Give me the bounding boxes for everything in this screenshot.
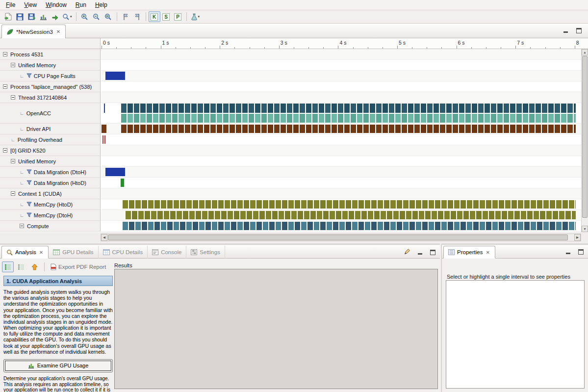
collapse-toggle-icon[interactable] [11, 63, 15, 67]
row-track[interactable] [101, 60, 581, 71]
view-menu-icon[interactable] [404, 248, 410, 255]
row-track[interactable] [101, 199, 581, 210]
row-label[interactable]: ∟MemCpy (DtoH) [0, 210, 101, 221]
row-label[interactable]: Compute [0, 221, 101, 232]
interval-bar[interactable] [123, 200, 576, 209]
row-label[interactable]: ∟Data Migration (HtoD) [0, 178, 101, 188]
analysis-menu-button[interactable]: ▾ [189, 11, 202, 22]
scroll-up-button[interactable]: ▲ [582, 49, 588, 55]
export-button[interactable] [49, 11, 61, 22]
row-label[interactable]: ∟Data Migration (DtoH) [0, 167, 101, 178]
menu-window[interactable]: Window [41, 0, 71, 9]
interval-bar[interactable] [121, 179, 125, 187]
row-track[interactable] [101, 221, 581, 232]
session-tab[interactable]: *NewSession3 ✕ [1, 25, 66, 38]
horizontal-scrollbar[interactable]: ◀ ▶ [101, 234, 581, 241]
tab-settings[interactable]: Settings [186, 246, 225, 259]
close-icon[interactable]: ✕ [56, 29, 61, 34]
interval-bar[interactable] [104, 135, 105, 144]
row-label[interactable]: ∟Driver API [0, 124, 101, 134]
timeline-ruler[interactable]: 0 s1 s2 s3 s4 s5 s6 s7 s8 [101, 38, 588, 49]
vertical-scrollbar[interactable]: ▲ ▼ [581, 49, 588, 232]
row-track[interactable] [101, 103, 581, 124]
collapse-toggle-icon[interactable] [3, 84, 7, 89]
close-icon[interactable]: ✕ [485, 250, 490, 255]
unguided-analysis-button[interactable] [15, 261, 27, 272]
promote-stage-button[interactable] [28, 261, 40, 272]
row-label[interactable]: ∟OpenACC [0, 103, 101, 124]
menu-help[interactable]: Help [91, 0, 112, 9]
row-label[interactable]: ∟Profiling Overhead [0, 134, 101, 145]
collapse-toggle-icon[interactable] [11, 95, 15, 100]
row-label[interactable]: Unified Memory [0, 156, 101, 167]
interval-bar[interactable] [104, 104, 105, 113]
zoom-fit-button[interactable] [102, 11, 114, 22]
scroll-down-button[interactable]: ▼ [582, 226, 588, 232]
row-label[interactable]: Context 1 (CUDA) [0, 188, 101, 199]
interval-bar[interactable] [121, 114, 576, 123]
new-session-button[interactable] [2, 11, 14, 22]
row-track[interactable] [101, 92, 581, 103]
process-visibility-toggle[interactable]: P [172, 11, 184, 22]
row-label[interactable]: ∟MemCpy (HtoD) [0, 199, 101, 210]
maximize-button[interactable] [577, 248, 584, 255]
minimize-button[interactable] [564, 248, 571, 255]
zoom-out-button[interactable] [91, 11, 102, 22]
interval-bar[interactable] [121, 125, 576, 133]
export-pdf-button[interactable]: Export PDF Report [49, 261, 108, 272]
generate-timeline-button[interactable] [37, 11, 49, 22]
row-track[interactable] [101, 49, 581, 60]
row-label[interactable]: ∟CPU Page Faults [0, 71, 101, 81]
filter-icon[interactable] [26, 169, 32, 175]
row-track[interactable] [101, 71, 581, 81]
tab-gpu-details[interactable]: GPU Details [49, 246, 98, 259]
filter-icon[interactable] [26, 212, 32, 218]
interval-bar[interactable] [121, 104, 576, 113]
row-label[interactable]: Thread 3172140864 [0, 92, 101, 103]
stream-visibility-toggle[interactable]: S [160, 11, 172, 22]
row-track[interactable] [101, 178, 581, 188]
scroll-right-button[interactable]: ▶ [574, 234, 581, 241]
interval-bar[interactable] [102, 135, 103, 144]
filter-icon[interactable] [26, 202, 32, 207]
guided-analysis-button[interactable] [2, 261, 14, 272]
collapse-toggle-icon[interactable] [3, 52, 7, 56]
row-track[interactable] [101, 134, 581, 145]
save-button[interactable] [14, 11, 26, 22]
interval-bar[interactable] [126, 211, 576, 219]
zoom-tool-button[interactable]: ▾ [61, 11, 74, 22]
menu-run[interactable]: Run [71, 0, 91, 9]
collapse-toggle-icon[interactable] [11, 159, 15, 163]
examine-gpu-usage-button[interactable]: Examine GPU Usage [3, 359, 113, 372]
row-label[interactable]: Unified Memory [0, 60, 101, 71]
minimize-button[interactable] [416, 249, 423, 255]
scroll-left-button[interactable]: ◀ [101, 234, 107, 241]
collapse-toggle-icon[interactable] [20, 224, 24, 228]
tab-cpu-details[interactable]: CPU Details [99, 246, 148, 259]
minimize-button[interactable] [562, 27, 569, 33]
kernel-visibility-toggle[interactable]: K [149, 11, 160, 22]
interval-bar[interactable] [102, 125, 106, 133]
next-marker-button[interactable] [131, 11, 143, 22]
save-all-button[interactable] [26, 11, 37, 22]
close-icon[interactable]: ✕ [39, 250, 44, 255]
row-track[interactable] [101, 124, 581, 134]
filter-icon[interactable] [26, 180, 32, 185]
row-track[interactable] [101, 188, 581, 199]
row-track[interactable] [101, 145, 581, 156]
zoom-in-button[interactable] [79, 11, 91, 22]
row-label[interactable]: Process "laplace_managed" (538) [0, 81, 101, 92]
row-label[interactable]: [0] GRID K520 [0, 145, 101, 156]
row-track[interactable] [101, 167, 581, 178]
menu-file[interactable]: File [1, 0, 20, 9]
row-track[interactable] [101, 81, 581, 92]
row-label[interactable]: Process 4531 [0, 49, 101, 60]
tab-console[interactable]: Console [148, 246, 186, 259]
maximize-button[interactable] [575, 27, 582, 33]
menu-view[interactable]: View [20, 0, 41, 9]
tab-analysis[interactable]: Analysis ✕ [1, 246, 49, 259]
interval-bar[interactable] [105, 168, 125, 176]
vertical-scroll-thumb[interactable] [582, 56, 588, 218]
tab-properties[interactable]: Properties ✕ [443, 246, 495, 259]
collapse-toggle-icon[interactable] [3, 148, 7, 153]
